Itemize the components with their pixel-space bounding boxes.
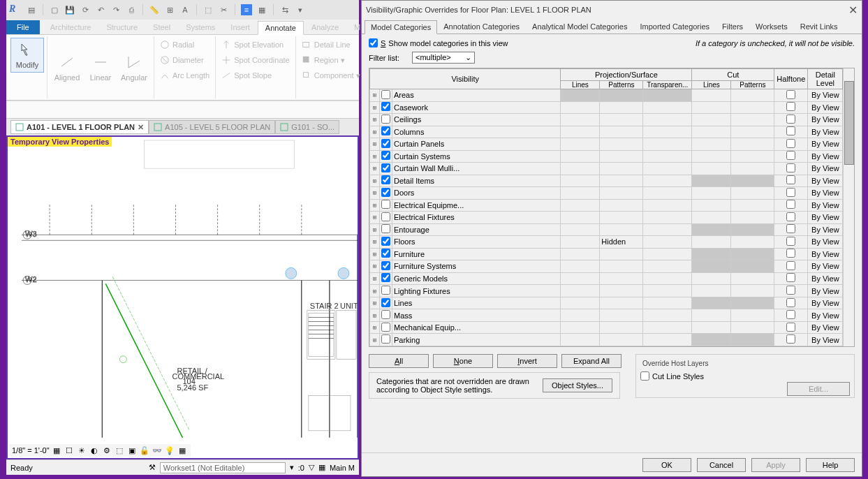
expand-all-button[interactable]: Expand All (561, 354, 621, 368)
cut-lines-cell[interactable] (692, 285, 731, 297)
tab-steel[interactable]: Steel (145, 20, 178, 34)
cut-patterns-cell[interactable] (731, 150, 774, 163)
diameter-button[interactable]: Diameter (160, 53, 209, 67)
save-icon[interactable]: 💾 (64, 4, 75, 15)
angular-dim-button[interactable]: Angular (117, 38, 151, 97)
proj-patterns-cell[interactable]: Hidden (600, 236, 643, 249)
proj-trans-cell[interactable] (643, 187, 692, 200)
none-button[interactable]: None (433, 354, 493, 368)
halftone-checkbox[interactable] (774, 150, 808, 163)
sync-icon[interactable]: ⟳ (80, 4, 91, 15)
detail-level-cell[interactable]: By View (808, 187, 843, 200)
category-row[interactable]: ⊞FloorsHiddenBy View (370, 236, 843, 249)
doctab-0[interactable]: A101 - LEVEL 1 FLOOR PLAN✕ (10, 120, 149, 134)
proj-lines-cell[interactable] (561, 114, 600, 126)
halftone-checkbox[interactable] (774, 126, 808, 138)
spot-slope-button[interactable]: Spot Slope (221, 68, 290, 82)
proj-trans-cell[interactable] (643, 89, 692, 102)
all-button[interactable]: All (369, 354, 429, 368)
visibility-checkbox[interactable] (380, 272, 392, 285)
proj-lines-cell[interactable] (561, 138, 600, 151)
expand-icon[interactable]: ⊞ (370, 321, 380, 334)
grid-scrollbar[interactable] (843, 68, 854, 346)
detail-level-cell[interactable]: By View (808, 212, 843, 224)
reveal-icon[interactable]: 💡 (164, 445, 175, 456)
cut-patterns-cell[interactable] (731, 212, 774, 224)
tab-file[interactable]: File (6, 20, 40, 34)
category-row[interactable]: ⊞CaseworkBy View (370, 101, 843, 114)
tab-revit-links[interactable]: Revit Links (794, 20, 844, 34)
expand-icon[interactable]: ⊞ (370, 260, 380, 273)
proj-lines-cell[interactable] (561, 297, 600, 309)
editable-icon[interactable]: ▾ (290, 463, 294, 472)
category-row[interactable]: ⊞LinesBy View (370, 297, 843, 309)
proj-lines-cell[interactable] (561, 248, 600, 260)
category-row[interactable]: ⊞Mechanical Equip...By View (370, 321, 843, 334)
detail-level-cell[interactable]: By View (808, 309, 843, 322)
cut-lines-cell[interactable] (692, 236, 731, 249)
doctab-1[interactable]: A105 - LEVEL 5 FLOOR PLAN (149, 120, 275, 134)
radial-button[interactable]: Radial (160, 38, 209, 52)
proj-patterns-cell[interactable] (600, 285, 643, 297)
proj-trans-cell[interactable] (643, 223, 692, 236)
linear-dim-button[interactable]: Linear (84, 38, 117, 97)
category-row[interactable]: ⊞FurnitureBy View (370, 248, 843, 260)
cut-lines-cell[interactable] (692, 248, 731, 260)
detail-level-cell[interactable]: By View (808, 89, 843, 102)
visibility-checkbox[interactable] (380, 285, 392, 297)
category-row[interactable]: ⊞AreasBy View (370, 89, 843, 102)
proj-trans-cell[interactable] (643, 272, 692, 285)
filter-icon[interactable]: ▽ (309, 463, 314, 472)
halftone-checkbox[interactable] (774, 236, 808, 249)
cut-lines-cell[interactable] (692, 138, 731, 151)
sun-icon[interactable]: ☀ (76, 445, 87, 456)
cut-patterns-cell[interactable] (731, 163, 774, 175)
expand-icon[interactable]: ⊞ (370, 163, 380, 175)
detail-level-cell[interactable]: By View (808, 272, 843, 285)
arc-length-button[interactable]: Arc Length (160, 68, 209, 82)
doctab-2[interactable]: G101 - SO... (275, 120, 339, 134)
proj-lines-cell[interactable] (561, 199, 600, 212)
spot-elev-button[interactable]: Spot Elevation (221, 38, 290, 52)
category-row[interactable]: ⊞EntourageBy View (370, 223, 843, 236)
category-row[interactable]: ⊞Curtain SystemsBy View (370, 150, 843, 163)
proj-lines-cell[interactable] (561, 285, 600, 297)
close-hidden-icon[interactable]: ▦ (256, 4, 267, 15)
proj-lines-cell[interactable] (561, 163, 600, 175)
category-row[interactable]: ⊞Curtain PanelsBy View (370, 138, 843, 151)
proj-lines-cell[interactable] (561, 212, 600, 224)
proj-patterns-cell[interactable] (600, 126, 643, 138)
cut-lines-cell[interactable] (692, 223, 731, 236)
expand-icon[interactable]: ⊞ (370, 101, 380, 114)
proj-patterns-cell[interactable] (600, 260, 643, 273)
expand-icon[interactable]: ⊞ (370, 89, 380, 102)
category-row[interactable]: ⊞Curtain Wall Mulli...By View (370, 163, 843, 175)
cut-patterns-cell[interactable] (731, 309, 774, 322)
render-icon[interactable]: ⚙ (101, 445, 112, 456)
visibility-checkbox[interactable] (380, 309, 392, 322)
workset-icon[interactable]: ⚒ (149, 463, 156, 472)
cut-patterns-cell[interactable] (731, 236, 774, 249)
region-button[interactable]: Region ▾ (302, 53, 360, 67)
tab-annotate[interactable]: Annotate (258, 21, 304, 35)
cut-lines-cell[interactable] (692, 321, 731, 334)
detail-level-cell[interactable]: By View (808, 150, 843, 163)
cut-lines-cell[interactable] (692, 199, 731, 212)
measure-icon[interactable]: 📏 (149, 4, 160, 15)
proj-patterns-cell[interactable] (600, 199, 643, 212)
category-row[interactable]: ⊞Lighting FixturesBy View (370, 285, 843, 297)
halftone-checkbox[interactable] (774, 248, 808, 260)
cut-patterns-cell[interactable] (731, 126, 774, 138)
proj-lines-cell[interactable] (561, 150, 600, 163)
dropdown-icon[interactable]: ▾ (295, 4, 306, 15)
proj-trans-cell[interactable] (643, 248, 692, 260)
detail-level-cell[interactable]: By View (808, 175, 843, 187)
detail-level-cell[interactable]: By View (808, 114, 843, 126)
cut-lines-cell[interactable] (692, 89, 731, 102)
proj-lines-cell[interactable] (561, 309, 600, 322)
proj-lines-cell[interactable] (561, 101, 600, 114)
proj-trans-cell[interactable] (643, 236, 692, 249)
halftone-checkbox[interactable] (774, 334, 808, 346)
proj-patterns-cell[interactable] (600, 187, 643, 200)
visibility-checkbox[interactable] (380, 248, 392, 260)
